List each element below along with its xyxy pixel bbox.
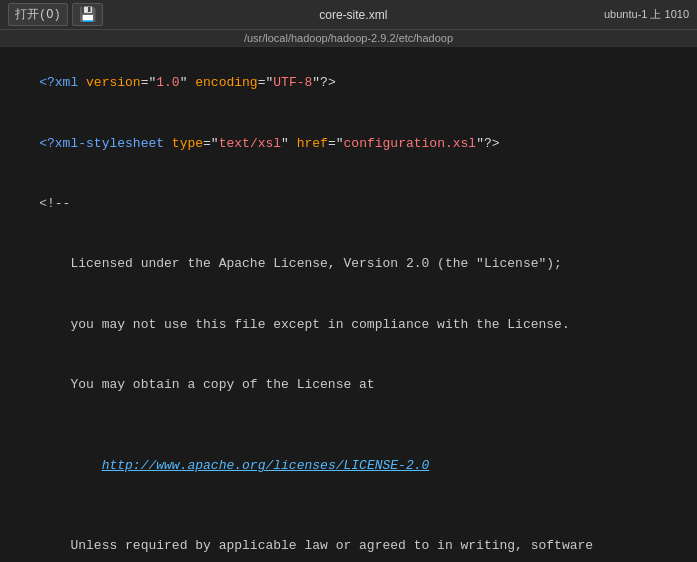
line-6: You may obtain a copy of the License at [8, 355, 689, 415]
subtitle-bar: /usr/local/hadoop/hadoop-2.9.2/etc/hadoo… [0, 30, 697, 47]
line-7 [8, 416, 689, 436]
titlebar-left: 打开(O) 💾 [8, 3, 103, 26]
open-menu-button[interactable]: 打开(O) [8, 3, 68, 26]
line-2: <?xml-stylesheet type="text/xsl" href="c… [8, 113, 689, 173]
line-5: you may not use this file except in comp… [8, 295, 689, 355]
line-1: <?xml version="1.0" encoding="UTF-8"?> [8, 53, 689, 113]
titlebar-window-label: ubuntu-1 上 1010 [604, 7, 689, 22]
line-9 [8, 496, 689, 516]
line-8: http://www.apache.org/licenses/LICENSE-2… [8, 436, 689, 496]
titlebar: 打开(O) 💾 core-site.xml ubuntu-1 上 1010 [0, 0, 697, 30]
editor-area[interactable]: <?xml version="1.0" encoding="UTF-8"?> <… [0, 47, 697, 554]
titlebar-title: core-site.xml [103, 8, 604, 22]
line-3: <!-- [8, 174, 689, 234]
license-link[interactable]: http://www.apache.org/licenses/LICENSE-2… [102, 458, 430, 473]
line-4: Licensed under the Apache License, Versi… [8, 234, 689, 294]
line-10: Unless required by applicable law or agr… [8, 516, 689, 554]
save-icon[interactable]: 💾 [72, 3, 103, 26]
